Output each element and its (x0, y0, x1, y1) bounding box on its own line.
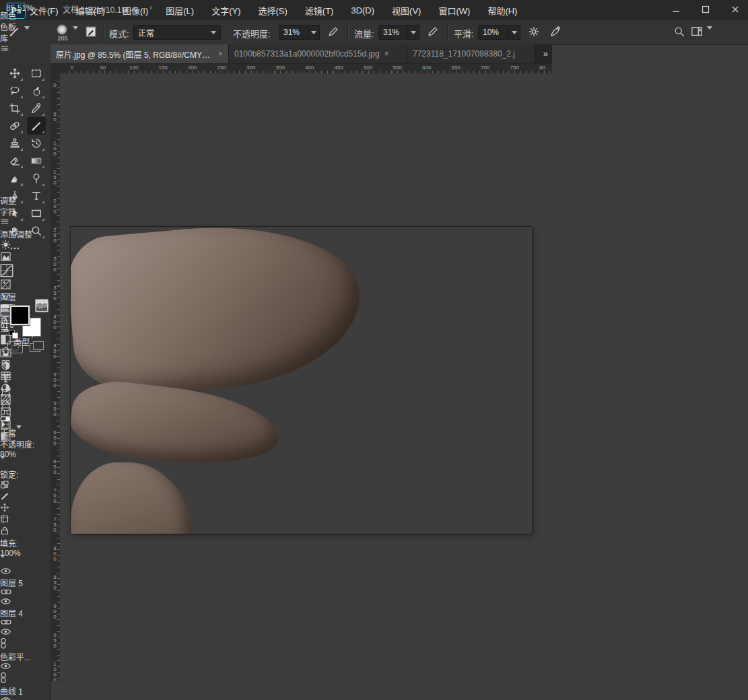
menu-type[interactable]: 文字(Y) (211, 4, 240, 17)
search-icon[interactable] (673, 26, 687, 39)
ruler-h-label: 650 (452, 65, 461, 71)
opacity-input[interactable]: 31% (279, 25, 308, 40)
workspace-switcher-icon[interactable] (691, 26, 704, 39)
mask-link-icon[interactable] (0, 672, 170, 685)
menu-help[interactable]: 帮助(H) (487, 4, 517, 17)
lock-position-icon[interactable] (0, 503, 170, 514)
eye-icon (0, 598, 11, 607)
smoothing-input[interactable]: 10% (478, 25, 509, 40)
menu-3d[interactable]: 3D(D) (351, 5, 374, 15)
menu-view[interactable]: 视图(V) (392, 4, 421, 17)
adjustment-filter-icon[interactable] (0, 361, 170, 373)
smart-object-filter-icon[interactable] (0, 400, 170, 413)
layers-panel: 图层通道路径 类型 正常 不透明度: 80% (0, 291, 170, 656)
tab-overflow-icon[interactable]: » (543, 48, 547, 59)
maximize-button[interactable] (695, 1, 716, 18)
color-panel-tab[interactable]: 库 (0, 32, 170, 44)
foreground-color-swatch[interactable] (10, 306, 30, 325)
layer-visibility-toggle[interactable] (0, 697, 170, 700)
exposure-icon[interactable] (0, 279, 170, 291)
adjustments-panel: 调整字符 添加调整 (0, 195, 170, 291)
lock-transparency-icon[interactable] (0, 480, 170, 491)
linked-layers-icon[interactable] (0, 619, 170, 628)
layer-visibility-toggle[interactable] (0, 598, 170, 607)
ruler-h-label: 250 (217, 65, 226, 71)
filter-toggle-icon[interactable] (0, 413, 170, 427)
brightness-contrast-icon[interactable] (0, 240, 170, 252)
color-panel-menu-icon[interactable] (0, 44, 170, 55)
layer-row[interactable]: 图层 5 (0, 567, 170, 598)
fill-chevron[interactable] (0, 558, 170, 567)
layer-visibility-toggle[interactable] (0, 628, 170, 637)
close-button[interactable] (725, 1, 745, 18)
lock-pixels-icon[interactable] (0, 491, 170, 503)
ruler-h-label: 300 (246, 65, 255, 71)
size-pressure-icon[interactable] (549, 26, 563, 39)
layer-name[interactable]: 图层 5 (0, 577, 170, 588)
zoom-level[interactable]: 85.51% (6, 3, 34, 13)
smoothing-input-chevron[interactable] (509, 25, 520, 40)
layer-name[interactable]: 图层 4 (0, 607, 170, 619)
adj-huesat-icon[interactable] (35, 299, 48, 312)
options-separator (447, 24, 448, 41)
layer-visibility-toggle[interactable] (0, 662, 170, 672)
minimize-button[interactable] (666, 1, 686, 18)
opacity-pressure-icon[interactable] (327, 26, 341, 39)
layer-opacity-chevron[interactable] (0, 459, 170, 468)
layer-filter-select[interactable]: 类型 (0, 336, 65, 347)
ruler-h-label: 750 (510, 65, 519, 71)
adjustments-panel-menu-icon[interactable] (0, 217, 170, 228)
status-chevron-icon[interactable]: › (149, 3, 152, 12)
eye-icon (0, 628, 11, 637)
menu-filter[interactable]: 滤镜(T) (305, 4, 334, 17)
document-tab[interactable]: 0100b857313a1a0000002bf0cd515d.jpg× (229, 44, 407, 63)
photoshop-window: Ps 文件(F)编辑(E)图像(I)图层(L)文字(Y)选择(S)滤镜(T)3D… (0, 0, 748, 700)
menu-select[interactable]: 选择(S) (258, 4, 287, 17)
close-tab-icon[interactable]: × (384, 49, 389, 59)
adjustments-panel-tab[interactable]: 字符 (0, 206, 170, 217)
flow-input-chevron[interactable] (408, 25, 419, 40)
eye-icon (0, 697, 11, 700)
layer-name[interactable]: 曲线 1 (0, 685, 170, 697)
type-filter-icon[interactable] (0, 373, 170, 386)
airbrush-icon[interactable] (427, 26, 440, 39)
smoothing-label: 平滑: (454, 27, 474, 40)
layer-row[interactable]: 图层 4 (0, 598, 170, 628)
adjustments-panel-tab[interactable]: 调整 (0, 195, 170, 206)
layers-panel-tab[interactable]: 图层 (0, 291, 170, 302)
pixel-filter-icon[interactable] (0, 347, 170, 361)
opacity-input-chevron[interactable] (308, 25, 320, 40)
lock-artboard-icon[interactable] (0, 514, 170, 526)
linked-layers-icon[interactable] (0, 588, 170, 598)
layer-row[interactable]: 色相/饱... (0, 697, 170, 700)
close-tab-icon[interactable]: × (218, 49, 223, 59)
curves-icon[interactable] (0, 264, 170, 279)
document-tab[interactable]: 7723118_171007098380_2.j (407, 44, 535, 63)
options-separator (347, 24, 349, 41)
menu-window[interactable]: 窗口(W) (438, 4, 470, 17)
layer-filter-label: 类型 (13, 338, 30, 347)
add-adjustment-label: 添加调整 (0, 228, 170, 240)
search-icon (0, 337, 8, 345)
layer-opacity-label: 不透明度: (0, 438, 170, 450)
ruler-h-label: 700 (481, 65, 489, 71)
layer-visibility-toggle[interactable] (0, 567, 170, 577)
lock-all-icon[interactable] (0, 526, 170, 537)
shape-filter-icon[interactable] (0, 386, 170, 400)
layer-list: 图层 5图层 4色彩平...曲线 1色相/饱...图层 3图层 2 拷贝图层 2… (0, 567, 170, 700)
workspace-chevron[interactable] (707, 30, 712, 39)
layer-row[interactable]: 曲线 1 (0, 662, 170, 697)
levels-icon[interactable] (0, 252, 170, 264)
layer-row[interactable]: 色彩平... (0, 628, 170, 662)
ruler-h-label: 80 (539, 65, 545, 71)
fill-label: 填充: (0, 537, 170, 549)
smoothing-options-gear-icon[interactable] (528, 26, 541, 39)
color-panel-tab[interactable]: 色板 (0, 21, 170, 32)
flow-label: 流量: (354, 27, 374, 40)
flow-input[interactable]: 31% (378, 25, 408, 40)
eye-icon (0, 567, 11, 577)
blend-mode-select[interactable]: 正常 (0, 427, 75, 438)
mask-link-icon[interactable] (0, 637, 170, 651)
smoothing-input-value: 10% (483, 28, 499, 37)
layer-name[interactable]: 色彩平... (0, 651, 170, 662)
